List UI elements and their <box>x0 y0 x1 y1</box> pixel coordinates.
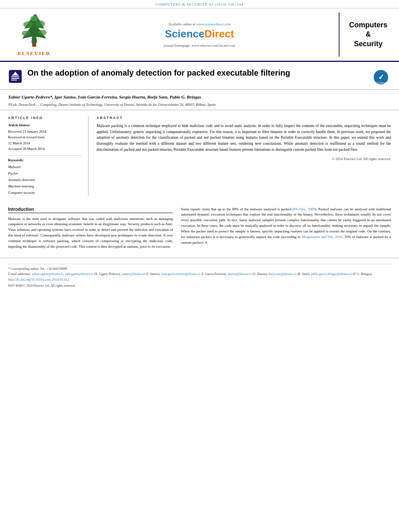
email-xabiugarte[interactable]: xabiugarte@deusto.es <box>65 272 93 276</box>
svg-rect-10 <box>11 76 19 77</box>
abstract-header: ABSTRACT <box>97 116 391 120</box>
revised-date: 12 March 2014 <box>8 140 82 146</box>
article-main-title: On the adoption of anomaly detection for… <box>27 68 371 78</box>
authors-line: Xabier Ugarte-Pedrero*, Igor Santos, Ivá… <box>8 94 391 101</box>
abstract-text: Malware packing is a common technique em… <box>97 123 391 153</box>
affiliation-line: S²Lab, DeustoTech — Computing, Deusto In… <box>8 102 391 108</box>
footer-doi[interactable]: http://dx.doi.org/10.1016/j.cose.2014.03… <box>8 277 391 283</box>
svg-point-5 <box>22 31 31 36</box>
keyword-malware: Malware <box>8 164 82 170</box>
svg-point-3 <box>35 21 45 27</box>
email-ivan[interactable]: ivan.garcia.ferreira@deusto.es <box>161 272 201 276</box>
sciencedirect-title: ScienceDirect <box>165 28 234 40</box>
email-addresses: E-mail addresses: xabier.ugarte@deusto.e… <box>8 272 391 277</box>
keywords-label: Keywords: <box>8 158 82 162</box>
article-dates: Received 23 January 2014 Received in rev… <box>8 129 82 152</box>
corresponding-author-note: * Corresponding author. Tel.: +34 944139… <box>8 267 391 272</box>
article-info: ARTICLE INFO Article history: Received 2… <box>8 116 88 196</box>
info-separator <box>8 155 82 156</box>
email-pablo[interactable]: pablo.garcia.bringas@deusto.es <box>311 272 352 276</box>
email-shuerta[interactable]: shuerta@deusto.es <box>228 272 252 276</box>
center-header: Available online at www.sciencedirect.co… <box>60 12 339 57</box>
keyword-anomaly: Anomaly detection <box>8 177 82 183</box>
email-isantos[interactable]: isantos@deusto.es <box>121 272 145 276</box>
crossmark-logo[interactable]: ✓ CrossMark <box>371 68 391 85</box>
svg-text:✓: ✓ <box>378 73 384 81</box>
footer-section: * Corresponding author. Tel.: +34 944139… <box>0 258 399 291</box>
abstract-copyright: © 2014 Elsevier Ltd. All rights reserved… <box>97 157 391 161</box>
history-label: Article history: <box>8 123 82 127</box>
elsevier-tree-icon <box>16 12 52 49</box>
footer-separator <box>8 264 391 264</box>
elsevier-logo: ELSEVIER <box>8 12 60 57</box>
morgenstern-link[interactable]: Morgenstern and Pilz, 2010 <box>302 235 342 239</box>
article-info-header: ARTICLE INFO <box>8 116 82 120</box>
right-column: Some reports claim that up to the 80% of… <box>181 207 391 250</box>
email-borja[interactable]: borja.sanz@deusto.es <box>268 272 296 276</box>
page-wrapper: COMPUTERS & SECURITY 43 (2014) 126–144 E… <box>0 0 399 532</box>
body-content: Introduction Malware is the term used to… <box>0 200 399 254</box>
email-xabier[interactable]: xabier.ugarte@deusto.es <box>32 272 63 276</box>
right-header: Computers & Security <box>339 12 391 57</box>
svg-rect-11 <box>11 78 19 79</box>
introduction-paragraph1: Malware is the term used to designate so… <box>8 216 173 250</box>
svg-point-2 <box>23 21 33 28</box>
available-online-text: Available online at www.sciencedirect.co… <box>168 22 231 26</box>
journal-homepage-text: journal homepage: www.elsevier.com/locat… <box>164 43 235 47</box>
email-list: xabier.ugarte@deusto.es, xabiugarte@deus… <box>32 272 373 276</box>
footer-text: * Corresponding author. Tel.: +34 944139… <box>8 267 391 289</box>
revised-label: Received in revised form <box>8 134 82 140</box>
received-date: Received 23 January 2014 <box>8 129 82 134</box>
abstract-section: ABSTRACT Malware packing is a common tec… <box>97 116 391 196</box>
svg-point-6 <box>38 30 47 35</box>
authors-section: Xabier Ugarte-Pedrero*, Igor Santos, Ivá… <box>0 90 399 110</box>
email-label: E-mail addresses: <box>8 272 31 276</box>
introduction-title: Introduction <box>8 207 173 213</box>
svg-point-4 <box>30 16 38 21</box>
journal-citation: COMPUTERS & SECURITY 43 (2014) 126–144 <box>156 2 243 6</box>
elsevier-brand-text: ELSEVIER <box>18 50 51 57</box>
computers-security-title: Computers & Security <box>349 21 387 49</box>
header-area: ELSEVIER Available online at www.science… <box>0 8 399 62</box>
keyword-security: Computer security <box>8 189 82 196</box>
footer-issn: 0167-4048/© 2014 Elsevier Ltd. All right… <box>8 283 391 289</box>
accepted-label: Accepted 28 March 2014 <box>8 146 82 152</box>
svg-rect-9 <box>12 75 19 76</box>
sciencedirect-url[interactable]: www.sciencedirect.com <box>196 22 231 26</box>
svg-rect-12 <box>11 80 17 80</box>
article-title-section: On the adoption of anomaly detection for… <box>0 62 399 90</box>
article-type-icon <box>8 69 23 84</box>
introduction-paragraph2: Some reports claim that up to the 80% of… <box>181 207 391 246</box>
info-abstract-section: ARTICLE INFO Article history: Received 2… <box>0 110 399 200</box>
keyword-ml: Machine-learning <box>8 183 82 189</box>
journal-header-bar: COMPUTERS & SECURITY 43 (2014) 126–144 <box>0 0 399 8</box>
keywords-list: Malware Packer Anomaly detection Machine… <box>8 164 82 196</box>
left-column: Introduction Malware is the term used to… <box>8 207 173 250</box>
mcafee-link[interactable]: McAfee, 2009 <box>294 207 315 211</box>
keyword-packer: Packer <box>8 170 82 177</box>
svg-text:CrossMark: CrossMark <box>376 82 386 84</box>
